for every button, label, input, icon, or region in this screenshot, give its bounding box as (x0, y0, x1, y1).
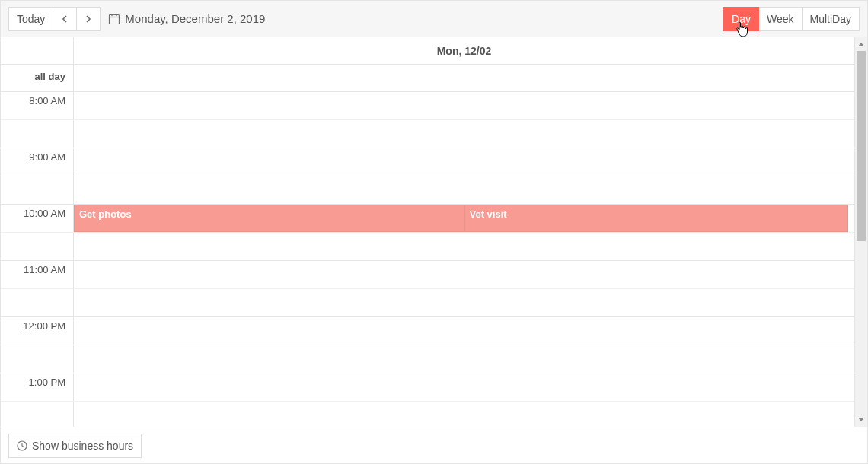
today-button[interactable]: Today (8, 7, 53, 31)
toolbar: Today M (1, 1, 867, 37)
scrollbar-up-button[interactable] (855, 37, 867, 51)
footer: Show business hours (1, 427, 867, 463)
vertical-scrollbar[interactable] (854, 37, 867, 427)
slot-cell[interactable] (74, 317, 854, 345)
calendar-event[interactable]: Get photos (74, 205, 464, 232)
calendar-icon (108, 13, 120, 25)
time-label-empty (1, 120, 74, 148)
time-slot-row[interactable] (1, 176, 854, 205)
grid-inner: Mon, 12/02 all day 8:00 AM9:00 AM10:00 A… (1, 37, 854, 427)
time-label: 9:00 AM (1, 148, 74, 176)
view-multiday-button[interactable]: MultiDay (802, 7, 860, 31)
time-label-empty (1, 233, 74, 260)
time-slot-row[interactable]: 1:00 PM (1, 373, 854, 402)
slot-cell[interactable] (74, 261, 854, 288)
slot-cell[interactable] (74, 289, 854, 316)
allday-label: all day (1, 65, 74, 91)
time-label-empty (1, 345, 74, 373)
svg-rect-0 (110, 14, 120, 24)
grid: Mon, 12/02 all day 8:00 AM9:00 AM10:00 A… (1, 37, 854, 427)
scheduler-body: Mon, 12/02 all day 8:00 AM9:00 AM10:00 A… (1, 37, 867, 427)
time-slot-row[interactable]: 12:00 PM (1, 317, 854, 345)
time-label: 12:00 PM (1, 317, 74, 345)
show-business-hours-button[interactable]: Show business hours (8, 434, 142, 458)
slot-cell[interactable] (74, 120, 854, 148)
view-switcher: Day Week MultiDay (723, 7, 860, 31)
slot-cell[interactable] (74, 402, 854, 427)
calendar-event[interactable]: Vet visit (464, 205, 848, 232)
time-label: 8:00 AM (1, 92, 74, 119)
day-header: Mon, 12/02 (74, 37, 854, 64)
business-hours-label: Show business hours (32, 440, 133, 452)
time-slot-row[interactable] (1, 345, 854, 373)
time-label: 1:00 PM (1, 373, 74, 401)
time-slot-row[interactable] (1, 120, 854, 148)
column-header-row: Mon, 12/02 (1, 37, 854, 65)
slot-cell[interactable] (74, 233, 854, 260)
time-slot-row[interactable]: 11:00 AM (1, 261, 854, 289)
slot-cell[interactable] (74, 148, 854, 176)
time-slot-row[interactable]: 9:00 AM (1, 148, 854, 176)
time-label: 10:00 AM (1, 205, 74, 232)
time-label: 11:00 AM (1, 261, 74, 288)
time-slots: 8:00 AM9:00 AM10:00 AM11:00 AM12:00 PM1:… (1, 92, 854, 427)
chevron-right-icon (85, 13, 91, 25)
time-slot-row[interactable] (1, 233, 854, 261)
time-slot-row[interactable] (1, 289, 854, 317)
time-header-cell (1, 37, 74, 64)
toolbar-left: Today M (8, 7, 265, 31)
slot-cell[interactable] (74, 176, 854, 204)
date-picker[interactable]: Monday, December 2, 2019 (108, 12, 265, 25)
scrollbar-down-button[interactable] (855, 413, 867, 427)
time-label-empty (1, 402, 74, 427)
clock-icon (17, 440, 27, 451)
slot-cell[interactable] (74, 373, 854, 401)
scheduler: Today M (0, 0, 868, 464)
time-label-empty (1, 176, 74, 204)
allday-row[interactable]: all day (1, 65, 854, 92)
time-label-empty (1, 289, 74, 316)
date-display-text: Monday, December 2, 2019 (125, 12, 265, 25)
slot-cell[interactable] (74, 92, 854, 119)
chevron-left-icon (62, 13, 68, 25)
view-week-button[interactable]: Week (758, 7, 803, 31)
next-button[interactable] (76, 7, 101, 31)
scrollbar-thumb[interactable] (857, 51, 866, 241)
view-day-button[interactable]: Day (723, 7, 759, 31)
allday-cell[interactable] (74, 65, 854, 91)
prev-button[interactable] (53, 7, 77, 31)
slot-cell[interactable] (74, 345, 854, 373)
time-slot-row[interactable] (1, 402, 854, 427)
time-slot-row[interactable]: 8:00 AM (1, 92, 854, 120)
